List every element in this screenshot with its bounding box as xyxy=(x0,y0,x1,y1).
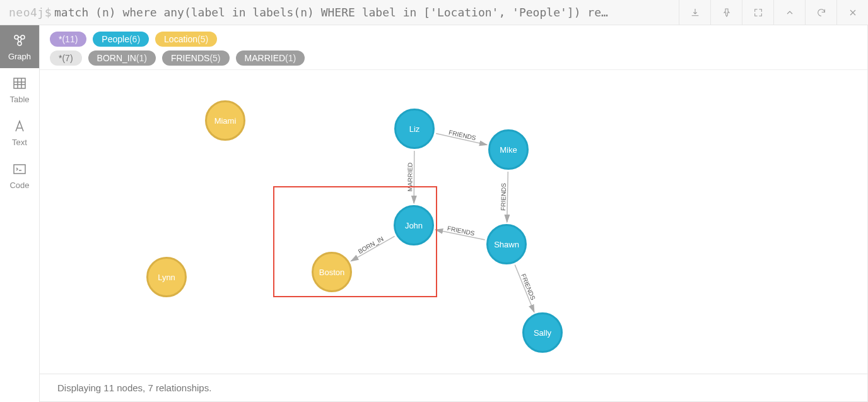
tab-label: Table xyxy=(9,95,29,104)
reltype-pill-FRIENDS[interactable]: FRIENDS(5) xyxy=(162,50,230,66)
status-text: Displaying 11 nodes, 7 relationships. xyxy=(57,382,211,393)
text-icon xyxy=(12,119,27,134)
rerun-button[interactable] xyxy=(805,0,836,25)
collapse-button[interactable] xyxy=(773,0,805,25)
result-pane: *(11)People(6)Location(5) *(7)BORN_IN(1)… xyxy=(39,25,868,402)
rel-type-pills: *(7)BORN_IN(1)FRIENDS(5)MARRIED(1) xyxy=(40,50,867,69)
refresh-icon xyxy=(816,8,826,18)
expand-button[interactable] xyxy=(742,0,773,25)
table-icon xyxy=(12,76,27,91)
node-miami[interactable]: Miami xyxy=(205,100,245,141)
svg-line-7 xyxy=(414,151,414,203)
svg-text:FRIENDS: FRIENDS xyxy=(448,129,477,141)
tab-label: Graph xyxy=(8,52,31,61)
pin-button[interactable] xyxy=(710,0,742,25)
svg-line-13 xyxy=(351,236,394,261)
label-pill-Location[interactable]: Location(5) xyxy=(155,32,217,47)
label-pill-star[interactable]: *(11) xyxy=(50,32,86,47)
node-mike[interactable]: Mike xyxy=(488,129,529,170)
tab-code[interactable]: Code xyxy=(0,154,39,197)
status-footer: Displaying 11 nodes, 7 relationships. xyxy=(40,374,867,401)
node-liz[interactable]: Liz xyxy=(394,109,435,149)
node-label-pills: *(11)People(6)Location(5) xyxy=(40,25,867,50)
node-lynn[interactable]: Lynn xyxy=(146,257,187,297)
download-button[interactable] xyxy=(679,0,710,25)
tab-graph[interactable]: Graph xyxy=(0,25,39,68)
tab-label: Code xyxy=(9,180,29,190)
close-button[interactable] xyxy=(836,0,868,25)
expand-icon xyxy=(753,8,763,18)
reltype-pill-BORN_IN[interactable]: BORN_IN(1) xyxy=(88,50,156,66)
query-text[interactable]: match (n) where any(label in labels(n) W… xyxy=(54,6,679,19)
node-sally[interactable]: Sally xyxy=(522,312,563,353)
svg-rect-3 xyxy=(14,78,25,88)
graph-icon xyxy=(12,33,27,48)
reltype-pill-MARRIED[interactable]: MARRIED(1) xyxy=(236,50,305,66)
svg-text:FRIENDS: FRIENDS xyxy=(520,273,537,301)
close-icon xyxy=(848,8,858,18)
tab-text[interactable]: Text xyxy=(0,111,39,154)
svg-text:FRIENDS: FRIENDS xyxy=(447,225,476,237)
svg-text:MARRIED: MARRIED xyxy=(406,162,413,191)
query-bar: neo4j$ match (n) where any(label in labe… xyxy=(0,0,868,25)
toolbar-actions xyxy=(679,0,868,25)
view-tabs: Graph Table Text Code xyxy=(0,25,39,402)
svg-rect-4 xyxy=(14,165,25,174)
tab-table[interactable]: Table xyxy=(0,68,39,111)
label-pill-People[interactable]: People(6) xyxy=(93,32,149,47)
node-boston[interactable]: Boston xyxy=(312,252,352,292)
node-john[interactable]: John xyxy=(394,205,434,245)
svg-point-2 xyxy=(18,42,21,45)
node-shawn[interactable]: Shawn xyxy=(486,224,527,264)
svg-line-9 xyxy=(507,172,508,222)
graph-canvas[interactable]: FRIENDSMARRIEDFRIENDSFRIENDSBORN_INFRIEN… xyxy=(40,69,867,374)
svg-text:FRIENDS: FRIENDS xyxy=(500,182,507,210)
pin-icon xyxy=(722,8,732,18)
code-icon xyxy=(12,162,27,177)
svg-line-5 xyxy=(436,134,487,145)
svg-line-15 xyxy=(515,264,534,312)
tab-label: Text xyxy=(12,138,27,147)
svg-line-11 xyxy=(435,230,484,240)
svg-text:BORN_IN: BORN_IN xyxy=(357,235,385,256)
chevron-up-icon xyxy=(785,8,795,18)
download-icon xyxy=(690,8,700,18)
reltype-pill-star[interactable]: *(7) xyxy=(50,50,82,66)
prompt: neo4j$ xyxy=(0,6,54,19)
